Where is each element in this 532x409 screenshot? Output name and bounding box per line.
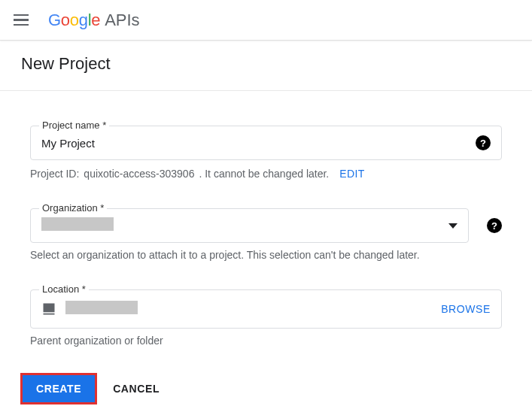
location-input-box: BROWSE xyxy=(30,289,502,329)
location-label: Location * xyxy=(39,283,89,295)
help-icon[interactable]: ? xyxy=(476,135,491,150)
edit-project-id-button[interactable]: EDIT xyxy=(339,168,365,180)
project-id-note: . It cannot be changed later. xyxy=(199,168,329,180)
organization-label: Organization * xyxy=(39,202,107,214)
project-id-value: quixotic-access-303906 xyxy=(84,168,194,180)
page-title: New Project xyxy=(21,54,511,74)
project-id-hint: Project ID: quixotic-access-303906 . It … xyxy=(30,168,502,180)
location-helper: Parent organization or folder xyxy=(30,335,502,347)
organization-value xyxy=(41,217,448,234)
help-icon[interactable]: ? xyxy=(487,218,502,233)
project-name-label: Project name * xyxy=(39,120,109,131)
browse-button[interactable]: BROWSE xyxy=(441,303,491,315)
app-header: Google APIs xyxy=(0,0,532,41)
organization-helper: Select an organization to attach it to a… xyxy=(30,249,502,261)
page-header: New Project xyxy=(0,41,532,91)
brand-logo[interactable]: Google APIs xyxy=(48,11,140,30)
form-area: Project name * ? Project ID: quixotic-ac… xyxy=(0,91,532,369)
action-row: CREATE CANCEL xyxy=(0,375,532,402)
location-value[interactable] xyxy=(64,301,433,317)
location-field: Location * BROWSE Parent organization or… xyxy=(30,276,502,347)
project-name-input[interactable] xyxy=(41,137,468,150)
chevron-down-icon xyxy=(448,223,458,229)
create-button[interactable]: CREATE xyxy=(23,375,95,402)
menu-icon[interactable] xyxy=(14,11,32,29)
brand-suffix: APIs xyxy=(105,11,139,30)
building-icon xyxy=(41,301,56,317)
project-id-prefix: Project ID: xyxy=(30,168,79,180)
organization-field: Organization * ? Select an organization … xyxy=(30,195,502,261)
cancel-button[interactable]: CANCEL xyxy=(113,383,160,395)
project-name-field: Project name * ? Project ID: quixotic-ac… xyxy=(30,112,502,180)
